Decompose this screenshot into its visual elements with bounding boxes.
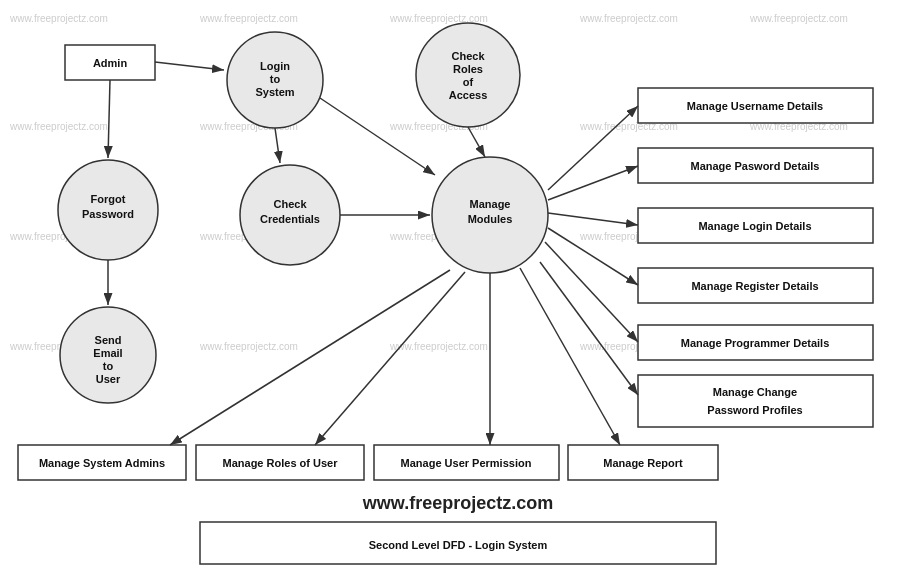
- website-label: www.freeprojectz.com: [362, 493, 553, 513]
- watermark-17: www.freeprojectz.com: [199, 341, 298, 352]
- forgot-password-label-1: Forgot: [91, 193, 126, 205]
- manage-programmer-label: Manage Programmer Details: [681, 337, 830, 349]
- manage-user-permission-label: Manage User Permission: [401, 457, 532, 469]
- watermark-5: www.freeprojectz.com: [749, 13, 848, 24]
- login-label-2: to: [270, 73, 281, 85]
- send-email-label-2: Email: [93, 347, 122, 359]
- manage-modules-label-2: Modules: [468, 213, 513, 225]
- manage-report-label: Manage Report: [603, 457, 683, 469]
- arrow-manage-username: [548, 106, 638, 190]
- manage-change-password-label-2: Password Profiles: [707, 404, 802, 416]
- arrow-manage-roles: [315, 272, 465, 445]
- diagram-container: www.freeprojectz.com www.freeprojectz.co…: [0, 0, 916, 587]
- arrow-manage-sys-admins: [170, 270, 450, 445]
- send-email-label-1: Send: [95, 334, 122, 346]
- watermark-3: www.freeprojectz.com: [389, 13, 488, 24]
- check-roles-label-4: Access: [449, 89, 488, 101]
- manage-change-password-label-1: Manage Change: [713, 386, 797, 398]
- arrow-admin-forgot: [108, 80, 110, 158]
- arrow-manage-login: [548, 213, 638, 225]
- forgot-password-label-2: Password: [82, 208, 134, 220]
- check-roles-label-1: Check: [451, 50, 485, 62]
- watermark-1: www.freeprojectz.com: [9, 13, 108, 24]
- watermark-6: www.freeprojectz.com: [9, 121, 108, 132]
- arrow-admin-login: [155, 62, 224, 70]
- manage-roles-label: Manage Roles of User: [223, 457, 339, 469]
- manage-login-label: Manage Login Details: [698, 220, 811, 232]
- title-label: Second Level DFD - Login System: [369, 539, 548, 551]
- send-email-label-3: to: [103, 360, 114, 372]
- admin-label: Admin: [93, 57, 128, 69]
- arrow-manage-report: [520, 268, 620, 445]
- login-label-3: System: [255, 86, 294, 98]
- check-roles-circle: [416, 23, 520, 127]
- manage-system-admins-label: Manage System Admins: [39, 457, 165, 469]
- watermark-2: www.freeprojectz.com: [199, 13, 298, 24]
- check-credentials-label-1: Check: [273, 198, 307, 210]
- arrow-login-check-cred: [275, 128, 280, 163]
- manage-register-label: Manage Register Details: [691, 280, 818, 292]
- manage-username-label: Manage Username Details: [687, 100, 823, 112]
- watermark-4: www.freeprojectz.com: [579, 13, 678, 24]
- login-label-1: Login: [260, 60, 290, 72]
- manage-modules-label-1: Manage: [470, 198, 511, 210]
- check-credentials-label-2: Credentials: [260, 213, 320, 225]
- arrow-login-manage: [320, 98, 435, 175]
- manage-change-password-box: [638, 375, 873, 427]
- arrow-manage-programmer: [545, 242, 638, 342]
- check-roles-label-3: of: [463, 76, 474, 88]
- check-roles-label-2: Roles: [453, 63, 483, 75]
- arrow-manage-password: [548, 166, 638, 200]
- send-email-label-4: User: [96, 373, 121, 385]
- manage-password-label: Manage Pasword Details: [691, 160, 820, 172]
